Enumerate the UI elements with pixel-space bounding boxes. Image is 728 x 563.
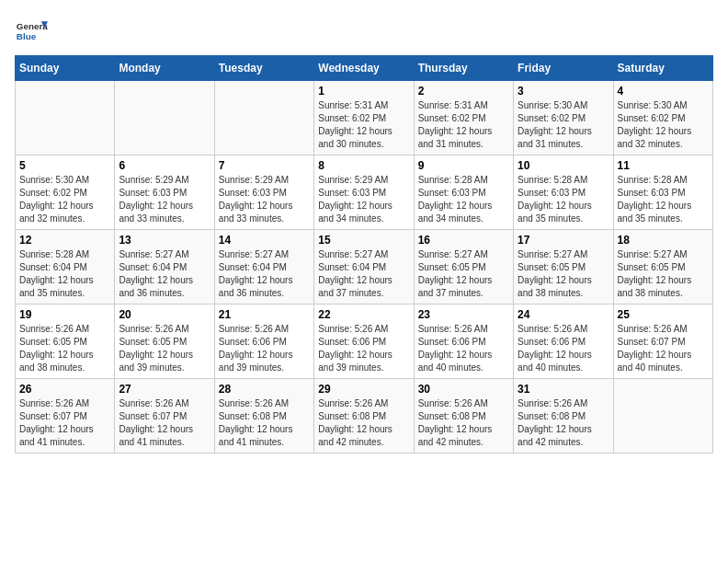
logo-icon: General Blue — [15, 15, 48, 48]
day-info: Sunrise: 5:26 AM Sunset: 6:06 PM Dayligh… — [518, 323, 609, 374]
day-info: Sunrise: 5:30 AM Sunset: 6:02 PM Dayligh… — [618, 99, 709, 151]
day-info: Sunrise: 5:26 AM Sunset: 6:05 PM Dayligh… — [119, 323, 210, 374]
calendar-cell: 26Sunrise: 5:26 AM Sunset: 6:07 PM Dayli… — [16, 379, 115, 454]
day-info: Sunrise: 5:26 AM Sunset: 6:08 PM Dayligh… — [518, 397, 609, 449]
day-number: 31 — [518, 383, 609, 396]
logo: General Blue — [15, 15, 53, 48]
day-info: Sunrise: 5:30 AM Sunset: 6:02 PM Dayligh… — [19, 174, 110, 225]
day-of-week-header: Thursday — [414, 56, 513, 81]
day-info: Sunrise: 5:31 AM Sunset: 6:02 PM Dayligh… — [318, 99, 409, 151]
day-number: 27 — [119, 383, 210, 396]
day-number: 13 — [119, 234, 210, 247]
day-info: Sunrise: 5:26 AM Sunset: 6:06 PM Dayligh… — [219, 323, 310, 374]
day-number: 11 — [618, 159, 709, 172]
day-number: 7 — [219, 159, 310, 172]
day-number: 5 — [19, 159, 110, 172]
day-info: Sunrise: 5:27 AM Sunset: 6:05 PM Dayligh… — [518, 248, 609, 300]
page-header: General Blue — [15, 15, 713, 48]
calendar-cell — [214, 81, 313, 155]
calendar-cell: 1Sunrise: 5:31 AM Sunset: 6:02 PM Daylig… — [314, 81, 414, 155]
day-info: Sunrise: 5:29 AM Sunset: 6:03 PM Dayligh… — [219, 174, 310, 225]
day-info: Sunrise: 5:26 AM Sunset: 6:07 PM Dayligh… — [618, 323, 709, 374]
day-number: 12 — [19, 234, 110, 247]
calendar-cell: 7Sunrise: 5:29 AM Sunset: 6:03 PM Daylig… — [214, 155, 313, 230]
day-number: 26 — [19, 383, 110, 396]
calendar-cell: 30Sunrise: 5:26 AM Sunset: 6:08 PM Dayli… — [414, 379, 513, 454]
calendar-cell: 2Sunrise: 5:31 AM Sunset: 6:02 PM Daylig… — [414, 81, 513, 155]
day-number: 15 — [318, 234, 409, 247]
calendar-cell: 9Sunrise: 5:28 AM Sunset: 6:03 PM Daylig… — [414, 155, 513, 230]
day-info: Sunrise: 5:26 AM Sunset: 6:07 PM Dayligh… — [119, 397, 210, 449]
day-number: 1 — [318, 85, 409, 98]
day-number: 3 — [518, 85, 609, 98]
day-info: Sunrise: 5:26 AM Sunset: 6:07 PM Dayligh… — [19, 397, 110, 449]
day-number: 18 — [618, 234, 709, 247]
day-info: Sunrise: 5:27 AM Sunset: 6:04 PM Dayligh… — [119, 248, 210, 300]
day-of-week-header: Saturday — [613, 56, 712, 81]
calendar-cell — [16, 81, 115, 155]
calendar-cell: 6Sunrise: 5:29 AM Sunset: 6:03 PM Daylig… — [115, 155, 214, 230]
day-info: Sunrise: 5:27 AM Sunset: 6:04 PM Dayligh… — [219, 248, 310, 300]
day-number: 9 — [418, 159, 509, 172]
day-number: 16 — [418, 234, 509, 247]
day-info: Sunrise: 5:26 AM Sunset: 6:06 PM Dayligh… — [418, 323, 509, 374]
day-info: Sunrise: 5:27 AM Sunset: 6:05 PM Dayligh… — [418, 248, 509, 300]
day-of-week-header: Monday — [115, 56, 214, 81]
calendar-cell: 4Sunrise: 5:30 AM Sunset: 6:02 PM Daylig… — [613, 81, 712, 155]
day-of-week-header: Tuesday — [214, 56, 313, 81]
day-number: 10 — [518, 159, 609, 172]
calendar-cell: 31Sunrise: 5:26 AM Sunset: 6:08 PM Dayli… — [514, 379, 613, 454]
day-info: Sunrise: 5:30 AM Sunset: 6:02 PM Dayligh… — [518, 99, 609, 151]
day-number: 30 — [418, 383, 509, 396]
calendar-cell: 15Sunrise: 5:27 AM Sunset: 6:04 PM Dayli… — [314, 230, 414, 304]
calendar-cell: 10Sunrise: 5:28 AM Sunset: 6:03 PM Dayli… — [514, 155, 613, 230]
day-info: Sunrise: 5:26 AM Sunset: 6:06 PM Dayligh… — [318, 323, 409, 374]
day-number: 24 — [518, 308, 609, 321]
day-info: Sunrise: 5:26 AM Sunset: 6:08 PM Dayligh… — [219, 397, 310, 449]
day-number: 8 — [318, 159, 409, 172]
day-number: 23 — [418, 308, 509, 321]
day-info: Sunrise: 5:29 AM Sunset: 6:03 PM Dayligh… — [318, 174, 409, 225]
calendar-cell — [613, 379, 712, 454]
day-info: Sunrise: 5:29 AM Sunset: 6:03 PM Dayligh… — [119, 174, 210, 225]
calendar-cell: 12Sunrise: 5:28 AM Sunset: 6:04 PM Dayli… — [16, 230, 115, 304]
day-info: Sunrise: 5:26 AM Sunset: 6:05 PM Dayligh… — [19, 323, 110, 374]
calendar-cell: 27Sunrise: 5:26 AM Sunset: 6:07 PM Dayli… — [115, 379, 214, 454]
calendar-cell: 19Sunrise: 5:26 AM Sunset: 6:05 PM Dayli… — [16, 304, 115, 379]
day-info: Sunrise: 5:26 AM Sunset: 6:08 PM Dayligh… — [418, 397, 509, 449]
calendar-cell: 25Sunrise: 5:26 AM Sunset: 6:07 PM Dayli… — [613, 304, 712, 379]
day-info: Sunrise: 5:28 AM Sunset: 6:03 PM Dayligh… — [518, 174, 609, 225]
day-number: 4 — [618, 85, 709, 98]
calendar-cell: 17Sunrise: 5:27 AM Sunset: 6:05 PM Dayli… — [514, 230, 613, 304]
calendar-cell: 21Sunrise: 5:26 AM Sunset: 6:06 PM Dayli… — [214, 304, 313, 379]
calendar-week-row: 19Sunrise: 5:26 AM Sunset: 6:05 PM Dayli… — [16, 304, 713, 379]
day-of-week-header: Friday — [514, 56, 613, 81]
day-info: Sunrise: 5:27 AM Sunset: 6:05 PM Dayligh… — [618, 248, 709, 300]
calendar-cell: 5Sunrise: 5:30 AM Sunset: 6:02 PM Daylig… — [16, 155, 115, 230]
svg-text:Blue: Blue — [17, 31, 37, 41]
calendar-table: SundayMondayTuesdayWednesdayThursdayFrid… — [15, 55, 713, 454]
day-number: 2 — [418, 85, 509, 98]
calendar-cell: 24Sunrise: 5:26 AM Sunset: 6:06 PM Dayli… — [514, 304, 613, 379]
calendar-cell: 22Sunrise: 5:26 AM Sunset: 6:06 PM Dayli… — [314, 304, 414, 379]
calendar-cell: 20Sunrise: 5:26 AM Sunset: 6:05 PM Dayli… — [115, 304, 214, 379]
calendar-cell: 11Sunrise: 5:28 AM Sunset: 6:03 PM Dayli… — [613, 155, 712, 230]
calendar-week-row: 26Sunrise: 5:26 AM Sunset: 6:07 PM Dayli… — [16, 379, 713, 454]
calendar-week-row: 5Sunrise: 5:30 AM Sunset: 6:02 PM Daylig… — [16, 155, 713, 230]
calendar-cell: 29Sunrise: 5:26 AM Sunset: 6:08 PM Dayli… — [314, 379, 414, 454]
calendar-cell: 16Sunrise: 5:27 AM Sunset: 6:05 PM Dayli… — [414, 230, 513, 304]
day-info: Sunrise: 5:28 AM Sunset: 6:03 PM Dayligh… — [418, 174, 509, 225]
calendar-cell: 3Sunrise: 5:30 AM Sunset: 6:02 PM Daylig… — [514, 81, 613, 155]
day-number: 17 — [518, 234, 609, 247]
calendar-week-row: 1Sunrise: 5:31 AM Sunset: 6:02 PM Daylig… — [16, 81, 713, 155]
day-info: Sunrise: 5:31 AM Sunset: 6:02 PM Dayligh… — [418, 99, 509, 151]
day-info: Sunrise: 5:28 AM Sunset: 6:03 PM Dayligh… — [618, 174, 709, 225]
calendar-cell: 23Sunrise: 5:26 AM Sunset: 6:06 PM Dayli… — [414, 304, 513, 379]
day-info: Sunrise: 5:28 AM Sunset: 6:04 PM Dayligh… — [19, 248, 110, 300]
calendar-cell: 8Sunrise: 5:29 AM Sunset: 6:03 PM Daylig… — [314, 155, 414, 230]
day-number: 6 — [119, 159, 210, 172]
day-info: Sunrise: 5:27 AM Sunset: 6:04 PM Dayligh… — [318, 248, 409, 300]
day-of-week-header: Sunday — [16, 56, 115, 81]
day-number: 19 — [19, 308, 110, 321]
calendar-week-row: 12Sunrise: 5:28 AM Sunset: 6:04 PM Dayli… — [16, 230, 713, 304]
